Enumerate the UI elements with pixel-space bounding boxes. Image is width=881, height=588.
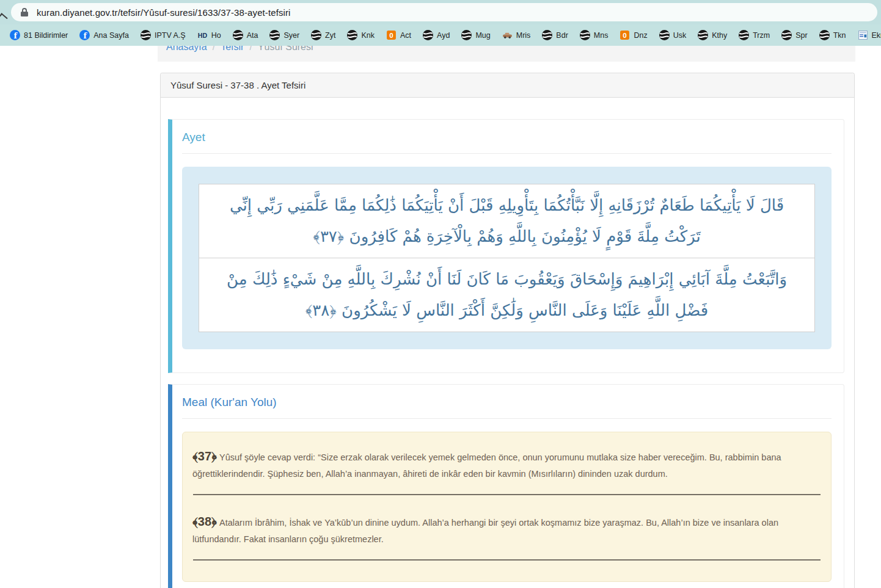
meal-divider	[193, 494, 821, 495]
address-bar[interactable]: kuran.diyanet.gov.tr/tefsir/Yûsuf-suresi…	[11, 3, 877, 21]
bookmark-ayd[interactable]: Ayd	[423, 30, 450, 40]
breadcrumb-home-link[interactable]: Anasayfa	[166, 46, 207, 53]
meal-text-37: Yûsuf şöyle cevap verdi: “Size erzak ola…	[192, 452, 781, 479]
globe-icon	[141, 30, 151, 40]
bookmark-label: Bdr	[556, 31, 568, 40]
bookmark-label: Dnz	[634, 31, 647, 40]
bookmark-label: Ata	[247, 31, 258, 40]
bookmark-syer[interactable]: Syer	[269, 30, 299, 40]
bookmark-ata[interactable]: Ata	[233, 30, 258, 40]
page-title-bar: Yûsuf Suresi - 37-38 . Ayet Tefsiri	[161, 73, 854, 98]
bookmark-label: Knk	[361, 31, 375, 40]
bookmark-label: Ayd	[437, 31, 450, 40]
bookmarks-bar: f81 BildirimlerfAna SayfaIPTV A.ŞHDHoAta…	[0, 24, 881, 46]
globe-icon	[347, 30, 357, 40]
bookmark-label: Ana Sayfa	[93, 31, 129, 40]
breadcrumb-tefsir-link[interactable]: Tefsir	[221, 46, 244, 53]
zero-icon: 0	[386, 30, 397, 40]
ayet-section: Ayet قَالَ لَا يَأْتِيكُمَا طَعَامٌ تُرْ…	[168, 119, 844, 373]
bookmark-label: Mns	[594, 31, 609, 40]
divider	[182, 153, 832, 154]
bookmark-trzm[interactable]: Trzm	[739, 30, 770, 40]
arabic-verse-37: قَالَ لَا يَأْتِيكُمَا طَعَامٌ تُرْزَقَا…	[199, 184, 815, 258]
bookmark-label: Ho	[211, 31, 221, 40]
bookmark-dnz[interactable]: 0Dnz	[620, 30, 647, 40]
svg-text:0: 0	[623, 31, 627, 39]
globe-icon	[659, 30, 670, 40]
verse-38-marker: ﴾38﴿	[192, 515, 217, 528]
meal-verse-37: ﴾37﴿Yûsuf şöyle cevap verdi: “Size erzak…	[192, 448, 821, 482]
bookmark-mug[interactable]: Mug	[461, 30, 490, 40]
bookmark-label: Trzm	[753, 31, 770, 40]
bookmark-label: Spr	[795, 31, 807, 40]
breadcrumb: Anasayfa / Tefsir / Yûsuf Suresi	[166, 46, 855, 53]
bookmark-ana-sayfa[interactable]: fAna Sayfa	[79, 30, 129, 40]
svg-text:0: 0	[389, 31, 393, 39]
breadcrumb-separator: /	[213, 46, 215, 53]
globe-icon	[461, 30, 472, 40]
bookmark-label: Mris	[516, 31, 531, 40]
bookmark-81-bildirimler[interactable]: f81 Bildirimler	[10, 30, 68, 40]
divider	[182, 418, 832, 419]
car-icon	[502, 30, 513, 40]
bookmark-label: Syer	[283, 31, 299, 40]
bookmark-ekm[interactable]: Ekm	[858, 30, 881, 40]
arabic-text-38: وَاتَّبَعْتُ مِلَّةَ آبَائِي إِبْرَاهِيم…	[210, 264, 803, 326]
breadcrumb-strip: Anasayfa / Tefsir / Yûsuf Suresi	[158, 46, 855, 62]
facebook-icon: f	[10, 30, 20, 40]
meal-text-38: Atalarım İbrâhim, İshak ve Ya’kūb’un din…	[192, 518, 778, 544]
arabic-panel: قَالَ لَا يَأْتِيكُمَا طَعَامٌ تُرْزَقَا…	[182, 167, 832, 349]
globe-icon	[819, 30, 830, 40]
page-title: Yûsuf Suresi - 37-38 . Ayet Tefsiri	[170, 80, 305, 90]
bookmark-ho[interactable]: HDHo	[197, 30, 221, 40]
globe-icon	[781, 30, 792, 40]
bookmark-bdr[interactable]: Bdr	[542, 30, 568, 40]
facebook-icon: f	[79, 30, 90, 40]
globe-icon	[698, 30, 708, 40]
breadcrumb-current: Yûsuf Suresi	[258, 46, 313, 53]
bookmark-label: 81 Bildirimler	[24, 31, 68, 40]
bookmark-label: IPTV A.Ş	[155, 31, 186, 40]
bookmark-usk[interactable]: Usk	[659, 30, 687, 40]
bookmark-tkn[interactable]: Tkn	[819, 30, 846, 40]
bookmark-label: Mug	[475, 31, 490, 40]
bookmark-iptv-a-[interactable]: IPTV A.Ş	[141, 30, 186, 40]
form-icon	[858, 30, 868, 40]
bookmark-act[interactable]: 0Act	[386, 30, 411, 40]
zero-icon: 0	[620, 30, 630, 40]
globe-icon	[233, 30, 243, 40]
arabic-text-37: قَالَ لَا يَأْتِيكُمَا طَعَامٌ تُرْزَقَا…	[210, 190, 803, 252]
arabic-verse-38: وَاتَّبَعْتُ مِلَّةَ آبَائِي إِبْرَاهِيم…	[199, 258, 815, 332]
globe-icon	[269, 30, 280, 40]
bookmark-label: Ekm	[872, 31, 881, 40]
svg-text:HD: HD	[197, 32, 207, 39]
bookmark-knk[interactable]: Knk	[347, 30, 375, 40]
lock-icon[interactable]	[21, 7, 28, 17]
globe-icon	[542, 30, 552, 40]
bookmark-mris[interactable]: Mris	[502, 30, 531, 40]
bookmark-label: Tkn	[833, 31, 846, 40]
bookmark-kthy[interactable]: Kthy	[698, 30, 727, 40]
hd-icon: HD	[197, 30, 208, 40]
globe-icon	[423, 30, 433, 40]
ayet-heading: Ayet	[182, 131, 832, 144]
partial-toolbar-icon	[0, 13, 8, 24]
breadcrumb-separator: /	[249, 46, 252, 53]
meal-panel: ﴾37﴿Yûsuf şöyle cevap verdi: “Size erzak…	[182, 432, 832, 582]
globe-icon	[739, 30, 749, 40]
bookmark-label: Usk	[673, 31, 687, 40]
meal-divider	[193, 559, 821, 561]
verse-37-marker: ﴾37﴿	[192, 449, 217, 463]
tefsir-card: Yûsuf Suresi - 37-38 . Ayet Tefsiri Ayet…	[160, 73, 855, 588]
meal-verse-38: ﴾38﴿Atalarım İbrâhim, İshak ve Ya’kūb’un…	[192, 514, 821, 548]
bookmark-label: Act	[400, 31, 411, 40]
bookmark-label: Zyt	[325, 31, 335, 40]
meal-section: Meal (Kur'an Yolu) ﴾37﴿Yûsuf şöyle cevap…	[168, 384, 844, 588]
meal-heading: Meal (Kur'an Yolu)	[182, 396, 832, 409]
bookmark-spr[interactable]: Spr	[781, 30, 807, 40]
globe-icon	[311, 30, 321, 40]
globe-icon	[580, 30, 590, 40]
bookmark-mns[interactable]: Mns	[580, 30, 609, 40]
bookmark-zyt[interactable]: Zyt	[311, 30, 335, 40]
browser-toolbar: kuran.diyanet.gov.tr/tefsir/Yûsuf-suresi…	[0, 0, 881, 24]
